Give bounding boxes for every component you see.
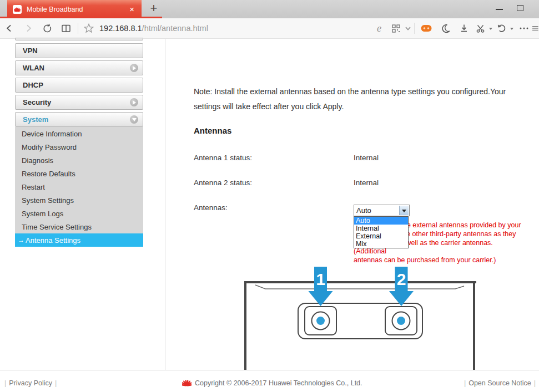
open-source-notice-link[interactable]: Open Source Notice — [469, 379, 531, 387]
sidebar-item-security[interactable]: Security — [15, 95, 143, 110]
antennas-select[interactable]: Auto — [354, 205, 410, 216]
browser-toolbar: 192.168.8.1/html/antenna.html e — [0, 18, 539, 39]
system-submenu: Device Information Modify Password Diagn… — [15, 127, 143, 247]
sidebar-item-dhcp[interactable]: DHCP — [15, 78, 143, 93]
sidebar-item-wlan[interactable]: WLAN — [15, 60, 143, 75]
submenu-item-restore-defaults[interactable]: Restore Defaults — [15, 167, 143, 180]
sidebar-item-vpn[interactable]: VPN — [15, 43, 143, 58]
undo-dropdown-caret-icon[interactable] — [508, 18, 516, 38]
option-mix[interactable]: Mix — [354, 240, 408, 248]
port2-arrow-icon: 2 — [389, 267, 414, 306]
huawei-logo-icon — [182, 378, 192, 388]
sidebar-item-label: System — [23, 115, 130, 124]
sidebar-item-label: Security — [23, 98, 130, 106]
scissors-dropdown-caret-icon[interactable] — [487, 18, 495, 38]
page-footer: |Privacy Policy| Copyright © 2006-2017 H… — [0, 370, 539, 392]
note-line: Note: Install the external antennas base… — [194, 84, 506, 99]
footer-pipe: | — [461, 379, 469, 387]
browser-titlebar: Mobile Broadband × + — [0, 0, 539, 18]
new-tab-button[interactable]: + — [145, 0, 162, 17]
more-options-icon[interactable] — [516, 18, 532, 38]
option-auto[interactable]: Auto — [354, 217, 408, 225]
sidebar-item-partial — [15, 38, 143, 40]
port1-arrow-icon: 1 — [309, 267, 333, 306]
tab-close-icon[interactable]: × — [128, 4, 136, 14]
sidebar-content-divider — [165, 39, 165, 370]
footer-pipe: | — [531, 379, 538, 387]
privacy-policy-link[interactable]: Privacy Policy — [9, 379, 52, 387]
qr-code-icon[interactable] — [387, 18, 404, 38]
submenu-item-diagnosis[interactable]: Diagnosis — [15, 154, 143, 167]
submenu-item-system-settings[interactable]: System Settings — [15, 194, 143, 207]
note-text: Note: Install the external antennas base… — [194, 84, 506, 114]
sidebar-item-label: WLAN — [23, 64, 130, 72]
submenu-item-antenna-settings[interactable]: → Antenna Settings — [15, 233, 143, 247]
toolbar-separator — [414, 23, 415, 34]
huawei-favicon-icon — [13, 5, 22, 14]
game-center-icon[interactable] — [417, 18, 436, 38]
submenu-item-device-information[interactable]: Device Information — [15, 127, 143, 140]
submenu-item-label: Antenna Settings — [26, 236, 80, 245]
antenna2-status-value: Internal — [354, 179, 379, 187]
antennas-option-list: Auto Internal External Mix — [354, 216, 409, 248]
bookmark-star-icon[interactable] — [80, 18, 97, 38]
page-content: VPN WLAN DHCP Security System Device Inf… — [0, 39, 539, 370]
forward-button[interactable] — [19, 18, 38, 38]
sidebar-item-label: VPN — [23, 47, 138, 55]
antenna-port-diagram: 1 2 — [239, 262, 483, 378]
window-maximize-button[interactable] — [517, 5, 523, 11]
warning-line: antennas can be purchased from your carr… — [354, 256, 527, 265]
undo-icon[interactable] — [495, 18, 508, 38]
download-icon[interactable] — [455, 18, 473, 38]
ie-mode-icon[interactable]: e — [371, 18, 387, 38]
option-internal[interactable]: Internal — [354, 225, 408, 232]
browser-tab-mobile-broadband[interactable]: Mobile Broadband × — [7, 0, 142, 18]
select-value: Auto — [356, 206, 371, 215]
select-dropdown-arrow-icon[interactable] — [399, 206, 409, 215]
antenna2-status-label: Antenna 2 status: — [194, 179, 252, 187]
antenna1-status-value: Internal — [354, 154, 379, 162]
url-path: /html/antenna.html — [142, 24, 208, 33]
footer-pipe: | — [52, 379, 59, 387]
chevron-down-icon — [130, 115, 138, 124]
sidebar-item-label: DHCP — [23, 81, 138, 89]
address-bar[interactable]: 192.168.8.1/html/antenna.html — [99, 24, 208, 33]
svg-text:1: 1 — [316, 270, 325, 288]
chevron-right-icon — [130, 64, 138, 72]
back-button[interactable] — [0, 18, 19, 38]
refresh-button[interactable] — [38, 18, 57, 38]
window-minimize-button[interactable] — [496, 9, 503, 10]
page-title: Antennas — [194, 126, 231, 135]
submenu-item-modify-password[interactable]: Modify Password — [15, 140, 143, 154]
submenu-item-restart[interactable]: Restart — [15, 180, 143, 194]
footer-pipe: | — [2, 379, 9, 387]
sidebar-item-system[interactable]: System — [15, 112, 143, 127]
copyright-label: Copyright © 2006-2017 Huawei Technologie… — [195, 379, 362, 387]
svg-text:2: 2 — [397, 270, 406, 288]
note-line: settings will take effect after you clic… — [194, 99, 506, 114]
url-host: 192.168.8.1 — [99, 24, 142, 33]
antennas-label: Antennas: — [194, 203, 228, 212]
chevron-right-icon — [130, 98, 138, 106]
active-item-arrow-icon: → — [18, 236, 24, 244]
option-external[interactable]: External — [354, 232, 408, 240]
copyright-text: Copyright © 2006-2017 Huawei Technologie… — [182, 378, 362, 388]
sidebar-list-icon[interactable] — [532, 18, 539, 38]
reading-list-icon[interactable] — [57, 18, 75, 38]
night-mode-moon-icon[interactable] — [436, 18, 455, 38]
toolbar-separator — [78, 23, 78, 34]
submenu-item-system-logs[interactable]: System Logs — [15, 207, 143, 220]
antenna1-status-label: Antenna 1 status: — [194, 154, 252, 162]
tab-title: Mobile Broadband — [27, 6, 128, 13]
submenu-item-time-service-settings[interactable]: Time Service Settings — [15, 220, 143, 233]
extensions-chevron-icon[interactable] — [404, 18, 412, 38]
screenshot-scissors-icon[interactable] — [473, 18, 487, 38]
